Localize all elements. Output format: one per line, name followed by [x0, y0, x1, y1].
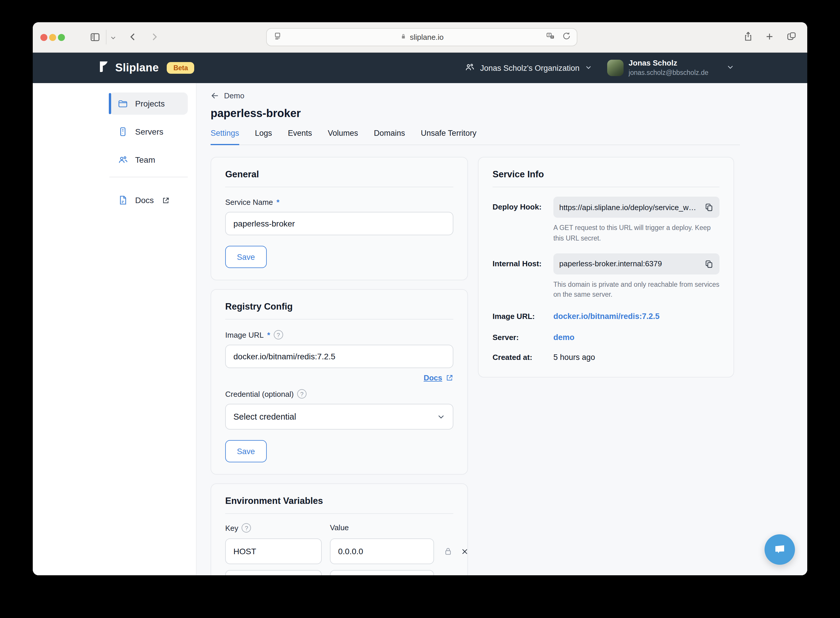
reader-icon[interactable]: [273, 31, 282, 43]
main-content: Demo paperless-broker Settings Logs Even…: [197, 83, 807, 575]
sidebar-item-projects[interactable]: Projects: [110, 92, 188, 115]
server-link[interactable]: demo: [553, 333, 575, 342]
organization-switcher[interactable]: Jonas Scholz's Organization: [464, 62, 592, 74]
breadcrumb[interactable]: Demo: [210, 91, 807, 100]
tab-domains[interactable]: Domains: [374, 129, 405, 145]
env-key-input[interactable]: [225, 570, 322, 575]
chevron-down-icon: [726, 62, 734, 73]
brand-name: Sliplane: [115, 61, 159, 74]
image-url-info-label: Image URL:: [493, 312, 553, 321]
service-name-label: Service Name: [225, 198, 273, 206]
organization-icon: [464, 62, 475, 74]
app-header: Sliplane Beta Jonas Scholz's Organizatio…: [33, 53, 807, 83]
env-row: [225, 538, 453, 564]
env-value-input[interactable]: [330, 538, 434, 564]
internal-host-note: This domain is private and only reachabl…: [553, 279, 720, 300]
divider: [493, 187, 720, 187]
browser-chrome: sliplane.io A文: [33, 22, 807, 53]
copy-icon[interactable]: [704, 202, 714, 212]
forward-icon[interactable]: [149, 31, 160, 42]
tab-volumes[interactable]: Volumes: [328, 129, 358, 145]
tab-events[interactable]: Events: [288, 129, 312, 145]
deploy-hook-url: https://api.sliplane.io/deploy/service_w…: [559, 203, 699, 212]
chat-widget-button[interactable]: [764, 534, 795, 565]
sidebar-item-label: Projects: [135, 99, 164, 108]
tab-logs[interactable]: Logs: [255, 129, 272, 145]
image-url-link[interactable]: docker.io/bitnami/redis:7.2.5: [553, 312, 659, 321]
tab-unsafe-territory[interactable]: Unsafe Territory: [421, 129, 476, 145]
tabs-overview-icon[interactable]: [786, 31, 797, 42]
sidebar-item-docs[interactable]: Docs: [110, 189, 188, 211]
env-value-header: Value: [330, 523, 434, 533]
share-icon[interactable]: [743, 31, 753, 42]
user-email: jonas.scholz@bbscholz.de: [628, 68, 708, 77]
close-window-button[interactable]: [40, 34, 47, 41]
translate-icon[interactable]: A文: [546, 31, 555, 43]
created-at-label: Created at:: [493, 353, 553, 362]
server-label: Server:: [493, 333, 553, 342]
reload-icon[interactable]: [562, 31, 571, 43]
environment-variables-card: Environment Variables Key Value: [210, 483, 468, 575]
copy-icon[interactable]: [704, 259, 714, 268]
env-value-input[interactable]: [330, 570, 434, 575]
help-icon[interactable]: [242, 523, 251, 533]
organization-name: Jonas Scholz's Organization: [480, 64, 579, 72]
screenshot-stage: sliplane.io A文: [0, 0, 840, 618]
deploy-hook-note: A GET request to this URL will trigger a…: [553, 223, 720, 244]
registry-docs-link[interactable]: Docs: [424, 373, 453, 382]
minimize-window-button[interactable]: [49, 34, 56, 41]
image-url-input[interactable]: [225, 345, 453, 368]
service-info-heading: Service Info: [493, 169, 720, 180]
active-indicator: [109, 93, 111, 114]
sliplane-logo-icon: [99, 61, 110, 75]
sidebar-item-servers[interactable]: Servers: [110, 120, 188, 143]
chrome-divider: [106, 30, 107, 45]
sidebar-item-team[interactable]: Team: [110, 149, 188, 171]
help-icon[interactable]: [297, 389, 307, 398]
user-menu[interactable]: Jonas Scholz jonas.scholz@bbscholz.de: [607, 58, 734, 77]
deploy-hook-label: Deploy Hook:: [493, 197, 553, 244]
chevron-down-icon: [585, 64, 592, 72]
credential-select-value: Select credential: [233, 412, 296, 421]
external-link-icon: [162, 196, 170, 204]
zoom-window-button[interactable]: [58, 34, 65, 41]
avatar: [607, 60, 623, 76]
credential-select[interactable]: Select credential: [225, 404, 453, 429]
sidebar: Projects Servers Team Docs: [33, 83, 197, 575]
save-registry-button[interactable]: Save: [225, 440, 267, 462]
new-tab-icon[interactable]: [764, 31, 775, 42]
service-info-card: Service Info Deploy Hook: https://api.sl…: [478, 157, 734, 378]
tab-settings[interactable]: Settings: [210, 129, 239, 145]
service-name-input[interactable]: [225, 212, 453, 235]
beta-badge: Beta: [167, 62, 194, 74]
general-heading: General: [225, 169, 453, 180]
team-icon: [118, 154, 128, 165]
save-service-name-button[interactable]: Save: [225, 246, 267, 268]
sidebar-toggle-icon[interactable]: [89, 31, 101, 43]
back-icon[interactable]: [127, 31, 138, 42]
registry-heading: Registry Config: [225, 302, 453, 312]
env-heading: Environment Variables: [225, 496, 453, 506]
remove-row-icon[interactable]: [460, 547, 469, 556]
created-at-value: 5 hours ago: [553, 353, 720, 362]
general-card: General Service Name * Save: [210, 157, 468, 280]
required-mark: *: [267, 330, 270, 339]
env-key-input[interactable]: [225, 538, 322, 564]
required-mark: *: [276, 198, 279, 206]
lock-icon[interactable]: [443, 547, 453, 556]
image-url-label: Image URL: [225, 330, 264, 339]
url-text: sliplane.io: [410, 33, 444, 42]
address-bar[interactable]: sliplane.io A文: [266, 28, 577, 46]
breadcrumb-label: Demo: [224, 91, 244, 100]
page-title: paperless-broker: [210, 107, 807, 120]
internal-host-pill: paperless-broker.internal:6379: [553, 253, 720, 274]
chat-bubble-icon: [773, 542, 787, 557]
server-icon: [118, 126, 128, 137]
divider: [225, 319, 453, 319]
brand[interactable]: Sliplane Beta: [99, 61, 194, 75]
sidebar-item-label: Team: [135, 155, 155, 165]
help-icon[interactable]: [274, 330, 283, 339]
chevron-down-icon[interactable]: [110, 34, 116, 41]
sidebar-item-label: Servers: [135, 127, 163, 137]
divider: [225, 513, 453, 514]
